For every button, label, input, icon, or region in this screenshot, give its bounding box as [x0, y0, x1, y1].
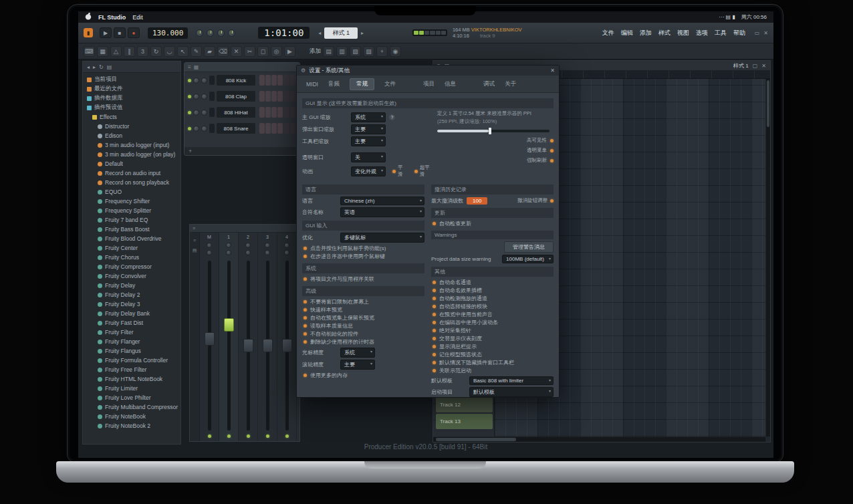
- browser-item[interactable]: Fruity Multiband Compressor: [83, 402, 180, 412]
- battery-icon[interactable]: ▮: [732, 14, 735, 20]
- mixer-strip[interactable]: 4: [277, 233, 297, 441]
- option-toggle[interactable]: 绝对采集指针: [433, 327, 554, 334]
- option-toggle[interactable]: 使用更多的内存: [303, 372, 424, 379]
- step-cell[interactable]: [277, 107, 283, 118]
- menu-添加[interactable]: 添加: [640, 29, 652, 37]
- tab-关于[interactable]: 关于: [505, 80, 516, 88]
- option-toggle[interactable]: 自动检查更新: [433, 220, 554, 227]
- tap-tempo-icon[interactable]: ◉: [390, 46, 401, 57]
- menubar-clock[interactable]: 周六 00:56: [741, 13, 767, 21]
- tab-信息[interactable]: 信息: [445, 80, 456, 88]
- slice-tool-icon[interactable]: ✂: [244, 46, 255, 57]
- master-pitch-knob[interactable]: [207, 29, 214, 37]
- step-cell[interactable]: [283, 123, 289, 134]
- ultrasmooth-toggle[interactable]: 超平滑: [414, 164, 435, 178]
- fader-handle[interactable]: [243, 339, 253, 352]
- option-toggle[interactable]: 在编辑器中使用小滚动条: [433, 319, 554, 326]
- browser-item[interactable]: 最近的文件: [83, 84, 180, 94]
- browser-item[interactable]: Fruity Flangus: [83, 346, 180, 356]
- mixer-icon[interactable]: ▧: [350, 46, 361, 57]
- snap-magnet-icon[interactable]: ◡: [164, 46, 175, 57]
- mixer-eq-icon[interactable]: ▤: [193, 248, 197, 253]
- strip-pan-knob[interactable]: [245, 243, 251, 248]
- option-toggle[interactable]: 高可见性: [527, 137, 554, 144]
- channel-button[interactable]: 808 Kick: [217, 75, 255, 86]
- browser-item[interactable]: Fruity 7 band EQ: [83, 215, 180, 225]
- channel-volume-knob[interactable]: [201, 78, 207, 84]
- fader-handle[interactable]: [263, 339, 273, 352]
- mixer-strip[interactable]: M: [200, 233, 219, 441]
- refresh-icon[interactable]: ↻: [99, 64, 104, 70]
- channel-button[interactable]: 808 HiHat: [217, 107, 255, 118]
- scroll-precision-select[interactable]: 主要: [340, 360, 375, 370]
- strip-pan-knob[interactable]: [226, 243, 231, 248]
- menu-编辑[interactable]: 编辑: [621, 29, 633, 37]
- select-tool-icon[interactable]: ◻: [257, 46, 269, 57]
- metronome-icon[interactable]: △: [110, 46, 122, 57]
- shuffle-knob[interactable]: [217, 29, 225, 37]
- browser-item[interactable]: Frequency Shifter: [83, 197, 180, 206]
- tempo-display[interactable]: 130.000: [148, 27, 188, 39]
- strip-fader[interactable]: [227, 261, 231, 430]
- playback-tool-icon[interactable]: ▶: [284, 46, 295, 57]
- step-cell[interactable]: [259, 91, 265, 102]
- channel-mute-led[interactable]: [188, 111, 191, 114]
- option-toggle[interactable]: 关联示范启动: [433, 367, 554, 374]
- input-optimize-select[interactable]: 多键鼠标: [340, 233, 424, 243]
- browser-item[interactable]: EQUO: [83, 187, 180, 197]
- option-toggle[interactable]: 交替显示仪表刻度: [433, 335, 554, 342]
- option-toggle[interactable]: 自动命名通道: [433, 279, 554, 286]
- step-cell[interactable]: [271, 123, 277, 134]
- close-button[interactable]: ✕: [763, 30, 768, 36]
- tab-音频[interactable]: 音频: [328, 80, 340, 88]
- strip-stereo-knob[interactable]: [265, 250, 270, 255]
- playlist-close-icon[interactable]: ✕: [761, 63, 766, 69]
- browser-item[interactable]: Fruity Delay 3: [83, 299, 180, 309]
- pattern-prev-icon[interactable]: ◂: [316, 30, 323, 36]
- minimize-button[interactable]: ▭: [755, 30, 760, 36]
- step-cell[interactable]: [277, 91, 283, 102]
- option-toggle[interactable]: 点击并按住利用鼠标手势功能(s): [303, 245, 424, 252]
- strip-fader[interactable]: [208, 261, 211, 430]
- pattern-name[interactable]: 样式 1: [324, 27, 358, 39]
- paint-tool-icon[interactable]: ▰: [204, 46, 215, 57]
- browser-item[interactable]: Fruity NoteBook 2: [83, 421, 180, 430]
- pencil-tool-icon[interactable]: ✎: [191, 46, 202, 57]
- mixer-fx-icon[interactable]: ≡: [193, 238, 196, 243]
- wait-for-input-icon[interactable]: ∥: [124, 46, 135, 57]
- channel-volume-knob[interactable]: [201, 110, 207, 116]
- mixer-strip[interactable]: 1: [219, 233, 239, 441]
- view-mode-icon[interactable]: ▤: [107, 64, 112, 70]
- option-toggle[interactable]: 在步进音序器中使用两个鼠标键: [303, 253, 424, 260]
- browser-item[interactable]: Fruity Filter: [83, 328, 180, 337]
- option-toggle[interactable]: 快速样本预览: [303, 306, 424, 313]
- browser-item[interactable]: Fruity Flanger: [83, 337, 180, 346]
- browser-item[interactable]: Fruity Blood Overdrive: [83, 234, 180, 243]
- menu-选项[interactable]: 选项: [696, 29, 708, 37]
- forward-icon[interactable]: ▸: [93, 64, 96, 70]
- option-toggle[interactable]: 在预览中使用当前声音: [433, 311, 554, 318]
- browser-item[interactable]: Fruity Fast Dist: [83, 318, 180, 328]
- browser-item[interactable]: 3 min audio logger (input): [83, 140, 180, 150]
- step-cell[interactable]: [289, 91, 295, 102]
- menu-样式[interactable]: 样式: [658, 29, 671, 37]
- browser-item[interactable]: 插件预设值: [83, 103, 180, 112]
- step-cell[interactable]: [271, 107, 277, 118]
- browser-item[interactable]: Default: [83, 159, 180, 168]
- fader-handle[interactable]: [205, 332, 215, 346]
- browser-item[interactable]: Distructor: [83, 122, 180, 131]
- startup-project-select[interactable]: 默认模板: [469, 387, 554, 397]
- step-cell[interactable]: [289, 107, 295, 118]
- option-toggle[interactable]: 自动选择链接的模块: [433, 303, 554, 310]
- step-edit-icon[interactable]: ▦: [97, 46, 108, 57]
- menubar-item-edit[interactable]: Edit: [132, 14, 143, 21]
- time-display[interactable]: 1:01:00: [258, 27, 310, 39]
- rack-menu-icon[interactable]: ≡: [188, 64, 191, 70]
- browser-item[interactable]: Fruity NoteBook: [83, 412, 180, 421]
- channel-button[interactable]: 808 Snare: [217, 123, 255, 134]
- tab-文件[interactable]: 文件: [384, 80, 396, 88]
- menu-视图[interactable]: 视图: [677, 29, 689, 37]
- channel-volume-knob[interactable]: [201, 94, 207, 100]
- browser-item[interactable]: Fruity Center: [83, 243, 180, 253]
- browser-item[interactable]: Effects: [83, 112, 180, 122]
